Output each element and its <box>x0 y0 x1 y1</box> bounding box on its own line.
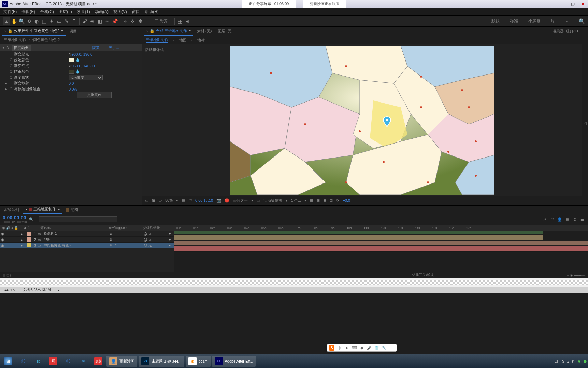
minimize-button[interactable]: ─ <box>557 0 568 8</box>
brush-tool-icon[interactable]: 🖌 <box>81 17 88 25</box>
text-tool-icon[interactable]: T <box>70 17 78 25</box>
layer-switches[interactable]: ⊕ <box>110 238 144 241</box>
layer-name[interactable]: 摄像机 1 <box>42 231 110 236</box>
ime-skin-icon[interactable]: 👕 <box>374 345 379 351</box>
grid-icon[interactable]: ▣ <box>152 198 155 203</box>
channel-icon[interactable]: 🔴 <box>225 198 229 203</box>
menu-edit[interactable]: 编辑(E) <box>21 9 35 15</box>
taskbar-streamer[interactable]: 👤丽新沙画 <box>106 356 137 367</box>
crosshair-icon[interactable]: ⊕ <box>69 52 72 56</box>
menu-window[interactable]: 窗口 <box>132 9 140 15</box>
timecode-display[interactable]: 0:00:15:10 <box>195 198 213 202</box>
workspace-library[interactable]: 库 <box>551 18 555 24</box>
renderer-display[interactable]: 渲染器: 经典3D <box>553 29 582 34</box>
col-label[interactable]: ◆ # <box>24 226 33 230</box>
taskbar-ie[interactable]: ⓔ <box>16 356 30 367</box>
layer-row[interactable]: ◉ ▸ 1 ▭ 摄像机 1 ⊕ @ 无 ▾ <box>0 231 174 237</box>
toggle-switches-label[interactable]: 切换开关/模式 <box>412 273 434 277</box>
ps-zoom[interactable]: 344.36% <box>3 288 16 292</box>
menu-composition[interactable]: 合成(C) <box>40 9 54 15</box>
menu-layer[interactable]: 图层(L) <box>59 9 72 15</box>
close-button[interactable]: ✕ <box>578 0 588 8</box>
exposure-value[interactable]: +0.0 <box>343 198 350 202</box>
eyedropper-icon[interactable]: 💧 <box>75 69 81 74</box>
taskbar-edge[interactable]: ⓔ <box>61 356 75 367</box>
visibility-icon[interactable]: ◉ <box>0 244 5 247</box>
ime-punct-icon[interactable]: ● <box>344 345 349 351</box>
search-help-icon[interactable]: 🔍 <box>578 17 585 25</box>
workspace-standard[interactable]: 标准 <box>510 18 518 24</box>
effect-twirl-icon[interactable]: ▾ <box>2 45 4 50</box>
hand-tool-icon[interactable]: ✋ <box>10 17 18 25</box>
effect-about[interactable]: 关于... <box>109 45 119 50</box>
subtab-map[interactable]: 地图 <box>179 38 187 43</box>
visibility-icon[interactable]: ◉ <box>0 238 5 242</box>
parent-pickwhip-icon[interactable]: @ <box>144 244 148 247</box>
stopwatch-icon[interactable]: ⏱ <box>9 58 14 63</box>
world-axis-icon[interactable]: ⊹ <box>129 17 137 25</box>
stopwatch-icon[interactable]: ⏱ <box>9 81 14 86</box>
tray-flag-icon[interactable]: 🏳 <box>572 359 575 363</box>
eyedropper-icon[interactable]: 💧 <box>75 58 81 63</box>
parent-pickwhip-icon[interactable]: @ <box>144 238 148 242</box>
reset-exposure-icon[interactable]: ⟳ <box>336 198 339 203</box>
mask-mode-icon[interactable]: ▦ <box>176 17 184 25</box>
visibility-icon[interactable]: ◉ <box>0 232 5 236</box>
tab-project[interactable]: 项目 <box>67 27 80 35</box>
parent-dropdown[interactable]: 无 <box>148 231 169 236</box>
parent-pickwhip-icon[interactable]: @ <box>144 232 148 236</box>
puppet-tool-icon[interactable]: 📌 <box>111 17 118 25</box>
tab-render-queue[interactable]: 渲染队列 <box>1 206 22 214</box>
timeline-search-input[interactable] <box>39 216 117 222</box>
fx-badge[interactable]: fx <box>6 46 10 50</box>
draft3d-icon[interactable]: ⬚ <box>549 216 555 222</box>
taskbar-netease[interactable]: 网 <box>46 356 60 367</box>
snap-checkbox[interactable]: ☐ <box>153 17 160 25</box>
swatch-start-color[interactable] <box>69 58 74 62</box>
menu-animation[interactable]: 动画(A) <box>95 9 109 15</box>
tab-layer[interactable]: 图层 (无) <box>215 27 235 35</box>
ps-doc-size[interactable]: 文档:5.93M/13.1M <box>23 288 51 292</box>
menu-view[interactable]: 视图(V) <box>113 9 127 15</box>
stopwatch-icon[interactable]: ⏱ <box>9 64 14 68</box>
transparency-icon[interactable]: ▦ <box>182 198 185 203</box>
roto-tool-icon[interactable]: ✧ <box>103 17 111 25</box>
fast-preview-icon[interactable]: ▭ <box>257 198 260 203</box>
orbit-tool-icon[interactable]: ⟲ <box>25 17 33 25</box>
comp-mini-icon[interactable]: ⇄ <box>542 216 548 222</box>
flowchart-icon[interactable]: ⊡ <box>330 198 333 203</box>
stopwatch-icon[interactable]: ⏱ <box>9 75 14 80</box>
swatch-end-color[interactable] <box>69 70 74 74</box>
tray-360-icon[interactable]: ⬣ <box>584 359 587 363</box>
workspace-dropdown-icon[interactable]: » <box>565 19 568 24</box>
twirl-icon[interactable]: ▸ <box>5 81 9 85</box>
zoom-slider[interactable]: ━ ◉ ═══━━ <box>567 273 585 277</box>
start-button[interactable]: ⊞ <box>1 356 15 367</box>
sogou-ime-bar[interactable]: S 中 ● ⌨ ☻ 🎤 👕 🔧 ≡ <box>327 344 397 352</box>
graph-editor-icon[interactable]: ☰ <box>579 216 585 222</box>
stopwatch-icon[interactable]: ⏱ <box>9 87 14 92</box>
3d-view-dropdown[interactable]: 活动摄像机 <box>263 198 282 203</box>
camera-tool-icon[interactable]: ⬚ <box>40 17 48 25</box>
val-blend[interactable]: 0.0% <box>69 87 77 91</box>
mask-toggle-icon[interactable]: ⬭ <box>159 198 162 203</box>
share-status[interactable]: 正在分享屏幕 01:06:09 <box>242 0 296 8</box>
tray-ime-icon[interactable]: S <box>562 359 564 363</box>
tab-source[interactable]: 素材 (无) <box>194 27 214 35</box>
menu-file[interactable]: 文件(F) <box>3 9 17 15</box>
ime-voice-icon[interactable]: 🎤 <box>367 345 372 351</box>
val-end-point[interactable]: 960.0, 1462.0 <box>72 64 95 68</box>
rotate-tool-icon[interactable]: ◐ <box>33 17 40 25</box>
twirl-icon[interactable]: ▸ <box>21 232 25 236</box>
parent-dropdown[interactable]: 无 <box>148 237 169 242</box>
val-start-point[interactable]: 960.0, 196.0 <box>72 52 92 56</box>
taskbar-photoshop[interactable]: Ps未标题-1 @ 344... <box>139 356 184 367</box>
work-area-bar[interactable] <box>174 231 543 234</box>
layer-color[interactable] <box>27 232 31 236</box>
composition-viewer[interactable]: 活动摄像机 <box>142 44 582 196</box>
taskbar-hotspot[interactable]: 热点 <box>91 356 105 367</box>
current-time[interactable]: 0:00:00:00 <box>3 215 27 220</box>
col-parent[interactable]: 父级和链接 <box>143 226 174 230</box>
twirl-icon[interactable]: ▸ <box>21 238 25 242</box>
tray-expand-icon[interactable]: ▴ <box>567 359 569 363</box>
